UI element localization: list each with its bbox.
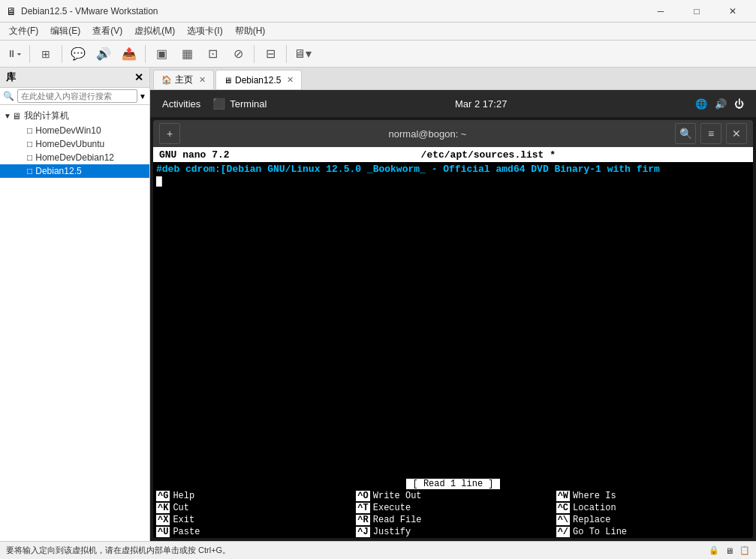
status-bar: 要将输入定向到该虚拟机，请在虚拟机内部单击或按 Ctrl+G。 🔒 🖥 📋 <box>0 541 756 559</box>
toolbar-btn-7[interactable]: ▦ <box>175 43 199 65</box>
shortcut-key-writeout: ^O <box>356 491 369 501</box>
shortcut-readfile: ^R Read File <box>353 514 553 526</box>
shortcut-label-execute: Execute <box>373 503 411 513</box>
toolbar-btn-6[interactable]: ▣ <box>149 43 173 65</box>
nano-status-bar: [ Read 1 line ] <box>153 478 753 490</box>
minimize-button[interactable]: ─ <box>643 0 678 23</box>
tree-root-label: 我的计算机 <box>24 110 69 122</box>
shortcut-label-gotoline: Go To Line <box>573 527 627 537</box>
tree-item-homedevdebian12[interactable]: □ HomeDevDebian12 <box>0 151 149 164</box>
sound-icon[interactable]: 🔊 <box>715 98 727 110</box>
window-title: Debian12.5 - VMware Workstation <box>21 6 643 17</box>
shortcut-key-whereis: ^W <box>556 491 570 501</box>
tab-home-label: 主页 <box>175 74 193 86</box>
shortcut-key-readfile: ^R <box>356 515 369 525</box>
power-icon[interactable]: ⏻ <box>734 98 744 110</box>
toolbar-btn-10[interactable]: ⊟ <box>258 43 282 65</box>
shortcut-execute: ^T Execute <box>353 502 553 514</box>
shortcut-paste: ^U Paste <box>153 526 353 538</box>
vm-icon: □ <box>27 166 32 176</box>
shortcut-key-location: ^C <box>556 503 570 513</box>
status-right-area: 🔒 🖥 📋 <box>709 545 750 555</box>
sidebar-close-icon[interactable]: ✕ <box>134 71 143 83</box>
nano-title-bar: GNU nano 7.2 /etc/apt/sources.list * <box>153 147 753 162</box>
shortcut-key-exit: ^X <box>156 515 170 525</box>
tab-bar: 🏠 主页 ✕ 🖥 Debian12.5 ✕ <box>150 68 756 90</box>
toolbar-btn-9[interactable]: ⊘ <box>226 43 250 65</box>
tab-home[interactable]: 🏠 主页 ✕ <box>153 70 214 89</box>
menu-file[interactable]: 文件(F) <box>3 23 44 41</box>
menu-help[interactable]: 帮助(H) <box>229 23 272 41</box>
menu-edit[interactable]: 编辑(E) <box>44 23 86 41</box>
shortcut-cut: ^K Cut <box>153 502 353 514</box>
terminal-close-button[interactable]: ✕ <box>726 123 747 144</box>
gnome-time: Mar 2 17:27 <box>267 98 695 110</box>
shortcut-label-writeout: Write Out <box>373 491 422 501</box>
expand-icon: ▼ <box>3 112 12 120</box>
home-tab-icon: 🏠 <box>161 75 172 85</box>
shortcut-label-paste: Paste <box>173 527 200 537</box>
shortcut-key-gotoline: ^/ <box>556 527 570 537</box>
tab-debian[interactable]: 🖥 Debian12.5 ✕ <box>215 70 302 89</box>
network-icon[interactable]: 🌐 <box>695 98 707 110</box>
shortcut-key-paste: ^U <box>156 527 170 537</box>
search-icon: 🔍 <box>3 91 14 101</box>
search-input[interactable] <box>17 89 137 103</box>
shortcut-label-whereis: Where Is <box>573 491 616 501</box>
shortcut-location: ^C Location <box>553 502 753 514</box>
tree-item-debian125[interactable]: □ Debian12.5 <box>0 164 149 178</box>
shortcut-key-help: ^G <box>156 491 170 501</box>
terminal-title: normal@bogon: ~ <box>180 128 675 140</box>
toolbar-sep-5 <box>286 45 287 63</box>
tree-item-homedevubuntu[interactable]: □ HomeDevUbuntu <box>0 137 149 151</box>
activities-button[interactable]: Activities <box>162 98 200 110</box>
toolbar-btn-3[interactable]: 💬 <box>66 43 90 65</box>
terminal-add-tab-button[interactable]: + <box>159 123 180 144</box>
terminal-menu-button[interactable]: ≡ <box>700 123 721 144</box>
tab-home-close[interactable]: ✕ <box>199 75 206 85</box>
toolbar: ⏸▾ ⊞ 💬 🔊 📤 ▣ ▦ ⊡ ⊘ ⊟ 🖥▾ <box>0 41 756 68</box>
shortcut-writeout: ^O Write Out <box>353 490 553 502</box>
menu-view[interactable]: 查看(V) <box>86 23 128 41</box>
toolbar-btn-2[interactable]: ⊞ <box>34 43 58 65</box>
terminal-search-button[interactable]: 🔍 <box>675 123 696 144</box>
computer-icon: 🖥 <box>12 111 21 122</box>
menu-tabs[interactable]: 选项卡(I) <box>181 23 228 41</box>
tree-label: Debian12.5 <box>35 166 81 176</box>
tree-label: HomeDevDebian12 <box>35 152 114 163</box>
app-icon: 🖥 <box>6 5 17 17</box>
vm-display[interactable]: Activities ⬛ Terminal Mar 2 17:27 🌐 🔊 ⏻ … <box>150 90 756 541</box>
tree-root-my-computer[interactable]: ▼ 🖥 我的计算机 <box>0 108 149 124</box>
close-button[interactable]: ✕ <box>715 0 750 23</box>
vm-icon: □ <box>27 139 32 149</box>
tree-item-homedevwin10[interactable]: □ HomeDevWin10 <box>0 124 149 137</box>
shortcut-label-justify: Justify <box>373 527 411 537</box>
title-bar: 🖥 Debian12.5 - VMware Workstation ─ □ ✕ <box>0 0 756 23</box>
status-icon-3: 📋 <box>739 545 750 555</box>
tree-label: HomeDevUbuntu <box>35 139 104 149</box>
nano-cursor-line: █ <box>156 176 750 188</box>
shortcut-gotoline: ^/ Go To Line <box>553 526 753 538</box>
shortcut-key-execute: ^T <box>356 503 369 513</box>
menu-bar: 文件(F) 编辑(E) 查看(V) 虚拟机(M) 选项卡(I) 帮助(H) <box>0 23 756 41</box>
shortcut-exit: ^X Exit <box>153 514 353 526</box>
maximize-button[interactable]: □ <box>679 0 714 23</box>
terminal-button[interactable]: ⬛ Terminal <box>212 98 267 110</box>
nano-content-area[interactable]: #deb cdrom:[Debian GNU/Linux 12.5.0 _Boo… <box>153 162 753 478</box>
toolbar-btn-11[interactable]: 🖥▾ <box>291 43 315 65</box>
shortcut-label-help: Help <box>173 491 194 501</box>
gnome-top-bar: Activities ⬛ Terminal Mar 2 17:27 🌐 🔊 ⏻ <box>150 90 756 117</box>
menu-vm[interactable]: 虚拟机(M) <box>128 23 181 41</box>
toolbar-btn-4[interactable]: 🔊 <box>92 43 116 65</box>
content-area: 🏠 主页 ✕ 🖥 Debian12.5 ✕ Activities ⬛ Termi… <box>150 68 756 541</box>
shortcut-key-replace: ^\ <box>556 515 570 525</box>
nano-status-text: [ Read 1 line ] <box>406 479 499 489</box>
search-dropdown-icon[interactable]: ▼ <box>139 92 146 101</box>
terminal-controls: 🔍 ≡ ✕ <box>675 123 747 144</box>
toolbar-btn-8[interactable]: ⊡ <box>200 43 224 65</box>
toolbar-pause-button[interactable]: ⏸▾ <box>3 43 26 65</box>
terminal-window: + normal@bogon: ~ 🔍 ≡ ✕ GNU nano 7.2 /et… <box>153 120 753 538</box>
tab-vm-close[interactable]: ✕ <box>287 75 294 85</box>
toolbar-sep-3 <box>145 45 146 63</box>
toolbar-btn-5[interactable]: 📤 <box>117 43 141 65</box>
